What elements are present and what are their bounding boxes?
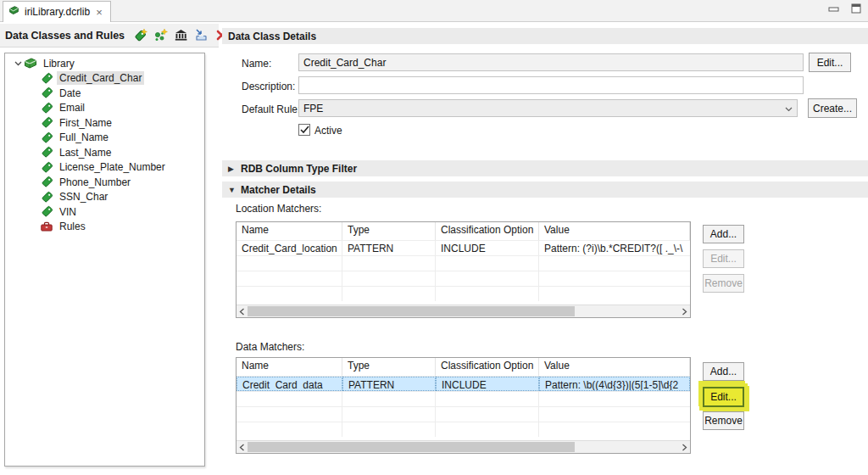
tree-item-label: Date (57, 87, 83, 100)
tree-item-first_name[interactable]: First_Name (5, 115, 204, 131)
description-field[interactable] (298, 76, 804, 94)
matcher-details-section[interactable]: ▼ Matcher Details (222, 182, 868, 198)
name-label: Name: (242, 58, 271, 70)
data-matchers-add-button[interactable]: Add... (703, 362, 744, 381)
location-matcher-col-header[interactable]: Value (539, 222, 690, 240)
left-panel-title: Data Classes and Rules (5, 30, 125, 42)
data-matcher-cell: INCLUDE (436, 377, 539, 391)
book-icon (24, 57, 37, 70)
scrollbar-thumb[interactable] (248, 306, 575, 316)
tag-icon (40, 205, 53, 219)
tag-icon (40, 87, 53, 100)
tag-icon (40, 146, 53, 159)
expander-icon[interactable] (12, 61, 24, 66)
tree-item-label: Phone_Number (57, 176, 133, 189)
library-icon[interactable] (174, 28, 188, 42)
new-data-class-icon[interactable] (133, 28, 147, 42)
import-icon[interactable] (194, 28, 209, 42)
scroll-left-icon[interactable] (236, 441, 248, 453)
default-rule-create-button[interactable]: Create... (808, 98, 857, 118)
data-matcher-col-header[interactable]: Classification Option (436, 358, 539, 376)
location-matcher-col-header[interactable]: Classification Option (436, 222, 539, 240)
close-icon[interactable]: × (95, 6, 103, 19)
location-matchers-add-button[interactable]: Add... (703, 225, 744, 243)
data-matcher-empty-row (236, 391, 690, 406)
tab-irilibrary-dcrlib[interactable]: iriLibrary.dcrlib × (3, 1, 111, 22)
scrollbar-thumb[interactable] (248, 442, 575, 452)
tree-item-label: Credit_Card_Char (57, 71, 144, 85)
data-classes-tree: LibraryCredit_Card_CharDateEmailFirst_Na… (4, 53, 205, 467)
view-controls (828, 3, 861, 16)
data-matchers-label: Data Matchers: (236, 341, 304, 353)
rdb-column-type-filter-section[interactable]: ▶ RDB Column Type Filter (222, 160, 868, 176)
location-matchers-edit-button: Edit... (703, 249, 744, 268)
expanded-arrow-icon: ▼ (228, 186, 236, 194)
name-field[interactable]: Credit_Card_Char (298, 53, 804, 71)
location-matcher-cell: PATTERN (342, 241, 436, 255)
data-matcher-col-header[interactable]: Type (342, 358, 436, 376)
data-matcher-hscrollbar[interactable] (236, 440, 690, 453)
scroll-left-icon[interactable] (236, 305, 248, 317)
tree-item-license_plate_number[interactable]: License_Plate_Number (5, 160, 204, 176)
tree-item-credit_card_char[interactable]: Credit_Card_Char (5, 71, 204, 87)
tree-item-label: License_Plate_Number (57, 160, 168, 174)
data-classes-header-bar: Data Classes and Rules (0, 24, 219, 48)
name-field-value: Credit_Card_Char (303, 57, 386, 69)
data-matcher-col-header[interactable]: Value (539, 358, 690, 376)
tree-item-phone_number[interactable]: Phone_Number (5, 175, 204, 190)
location-matcher-col-header[interactable]: Type (342, 222, 436, 240)
tree-item-full_name[interactable]: Full_Name (5, 131, 204, 146)
data-matchers-table[interactable]: NameTypeClassification OptionValueCredit… (236, 357, 691, 454)
data-matcher-empty-row (236, 406, 690, 422)
tree-item-label: Rules (57, 220, 88, 233)
tree-item-label: Email (57, 101, 87, 115)
minimize-icon[interactable] (828, 4, 839, 16)
data-matcher-col-header[interactable]: Name (236, 358, 342, 376)
location-matcher-empty-row (236, 286, 690, 301)
data-matcher-header-row: NameTypeClassification OptionValue (236, 358, 690, 376)
tab-title: iriLibrary.dcrlib (25, 6, 90, 18)
chevron-down-icon (785, 103, 793, 115)
data-matcher-cell: Credit_Card_data (236, 377, 342, 391)
tree-item-label: Last_Name (57, 146, 114, 159)
tag-icon (40, 160, 53, 174)
tree-item-label: Full_Name (57, 131, 111, 144)
maximize-icon[interactable] (851, 3, 861, 16)
data-class-details-header: Data Class Details (222, 28, 868, 44)
data-matchers-edit-button[interactable]: Edit... (703, 387, 744, 407)
location-matcher-row[interactable]: Credit_Card_locationPATTERNINCLUDEPatter… (236, 240, 690, 255)
location-matcher-col-header[interactable]: Name (236, 222, 342, 240)
tree-item-date[interactable]: Date (5, 86, 204, 101)
location-matcher-empty-row (236, 271, 690, 286)
data-matcher-empty-row (236, 422, 690, 437)
active-checkbox[interactable] (298, 124, 310, 136)
tag-icon (40, 116, 53, 130)
tree-item-label: SSN_Char (57, 190, 110, 204)
tag-icon (40, 190, 53, 204)
location-matchers-remove-button: Remove (703, 274, 744, 293)
tree-item-vin[interactable]: VIN (5, 204, 204, 220)
default-rule-label: Default Rule: (242, 103, 300, 115)
tree-item-email[interactable]: Email (5, 101, 204, 116)
location-matchers-table[interactable]: NameTypeClassification OptionValueCredit… (236, 221, 691, 318)
data-matcher-row[interactable]: Credit_Card_dataPATTERNINCLUDEPattern: \… (236, 376, 690, 391)
tree-item-ssn_char[interactable]: SSN_Char (5, 190, 204, 205)
tree-item-last_name[interactable]: Last_Name (5, 145, 204, 160)
location-matcher-cell: Credit_Card_location (236, 241, 342, 255)
data-matchers-remove-button[interactable]: Remove (703, 411, 744, 430)
collapsed-arrow-icon: ▶ (228, 165, 236, 173)
scroll-right-icon[interactable] (679, 441, 690, 453)
tree-item-library[interactable]: Library (5, 56, 204, 71)
tree-item-rules[interactable]: Rules (5, 220, 204, 235)
default-rule-dropdown[interactable]: FPE (298, 99, 798, 117)
location-matchers-label: Location Matchers: (236, 203, 321, 215)
new-data-class-group-icon[interactable] (153, 28, 168, 42)
details-header-label: Data Class Details (228, 31, 316, 42)
rules-icon (40, 220, 53, 233)
default-rule-value: FPE (303, 103, 323, 115)
rdb-section-label: RDB Column Type Filter (241, 163, 357, 175)
location-matcher-cell: Pattern: (?i)\b.*CREDIT?([ ._\-\ (539, 241, 690, 255)
name-edit-button[interactable]: Edit... (809, 53, 851, 72)
scroll-right-icon[interactable] (679, 305, 690, 317)
location-matcher-hscrollbar[interactable] (236, 305, 690, 317)
